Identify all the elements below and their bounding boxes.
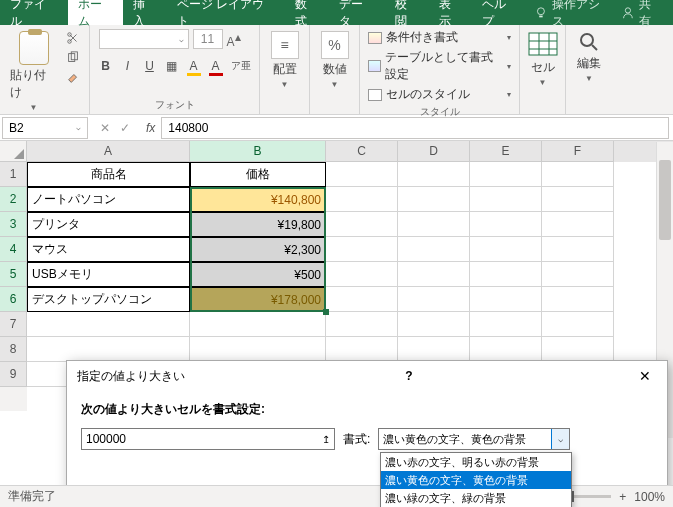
tab-file[interactable]: ファイル	[0, 0, 68, 25]
cell[interactable]	[542, 337, 614, 362]
tab-page-layout[interactable]: ページ レイアウト	[167, 0, 285, 25]
cell[interactable]	[470, 337, 542, 362]
cell[interactable]	[470, 262, 542, 287]
scroll-thumb[interactable]	[659, 160, 671, 240]
col-header[interactable]: C	[326, 141, 398, 162]
cell[interactable]	[542, 262, 614, 287]
cell[interactable]	[326, 187, 398, 212]
tell-me[interactable]: 操作アシス	[534, 0, 611, 25]
grid[interactable]: 商品名 価格 ノートパソコン¥140,800 プリンタ¥19,800 マウス¥2…	[27, 162, 673, 387]
tab-help[interactable]: ヘルプ	[472, 0, 528, 25]
cell[interactable]	[27, 312, 190, 337]
col-header[interactable]: B	[190, 141, 326, 162]
cell[interactable]: マウス	[27, 237, 190, 262]
enter-formula-button[interactable]: ✓	[120, 121, 130, 135]
cell[interactable]	[398, 187, 470, 212]
cell[interactable]	[470, 187, 542, 212]
row-header[interactable]: 4	[0, 237, 27, 262]
cell[interactable]	[470, 237, 542, 262]
tab-data[interactable]: データ	[329, 0, 385, 25]
font-size-combo[interactable]: 11	[193, 29, 223, 49]
cell[interactable]	[470, 162, 542, 187]
underline-button[interactable]: U	[143, 59, 157, 76]
cell[interactable]: ¥2,300	[190, 237, 326, 262]
dropdown-option[interactable]: 濃い黄色の文字、黄色の背景	[381, 471, 571, 489]
zoom-in-button[interactable]: +	[619, 490, 626, 504]
cell[interactable]	[542, 312, 614, 337]
row-header[interactable]: 1	[0, 162, 27, 187]
share-button[interactable]: 共有	[611, 0, 673, 25]
tab-home[interactable]: ホーム	[68, 0, 124, 25]
tab-review[interactable]: 校閲	[385, 0, 429, 25]
editing-button[interactable]: 編集▼	[575, 29, 603, 85]
cell[interactable]: ノートパソコン	[27, 187, 190, 212]
font-name-combo[interactable]: ⌵	[99, 29, 189, 49]
phonetic-button[interactable]: ア亜	[231, 59, 251, 76]
cell[interactable]	[542, 212, 614, 237]
tab-view[interactable]: 表示	[429, 0, 473, 25]
cell[interactable]	[542, 287, 614, 312]
bold-button[interactable]: B	[99, 59, 113, 76]
cell[interactable]	[398, 337, 470, 362]
cell[interactable]	[326, 237, 398, 262]
cell-header-price[interactable]: 価格	[190, 162, 326, 187]
cell[interactable]	[190, 337, 326, 362]
format-as-table-button[interactable]: テーブルとして書式設定▾	[368, 49, 511, 83]
dialog-help-button[interactable]: ?	[389, 369, 428, 383]
threshold-input[interactable]: 100000 ↥	[81, 428, 335, 450]
col-header[interactable]: F	[542, 141, 614, 162]
dropdown-option[interactable]: 濃い緑の文字、緑の背景	[381, 489, 571, 507]
cell[interactable]	[398, 287, 470, 312]
row-header[interactable]: 6	[0, 287, 27, 312]
cell[interactable]: デスクトップパソコン	[27, 287, 190, 312]
cell[interactable]	[542, 162, 614, 187]
cell[interactable]: ¥140,800	[190, 187, 326, 212]
col-header[interactable]: A	[27, 141, 190, 162]
cell[interactable]	[398, 212, 470, 237]
range-picker-icon[interactable]: ↥	[322, 434, 330, 445]
alignment-button[interactable]: ≡配置▼	[269, 29, 301, 91]
grow-font-button[interactable]: A▴	[227, 30, 241, 49]
conditional-formatting-button[interactable]: 条件付き書式▾	[368, 29, 511, 46]
cell[interactable]	[326, 162, 398, 187]
col-header[interactable]: E	[470, 141, 542, 162]
cell[interactable]	[326, 262, 398, 287]
cell[interactable]	[542, 187, 614, 212]
cell[interactable]	[398, 312, 470, 337]
cell[interactable]: プリンタ	[27, 212, 190, 237]
cell[interactable]	[470, 212, 542, 237]
row-header[interactable]: 3	[0, 212, 27, 237]
cell[interactable]	[470, 312, 542, 337]
copy-button[interactable]	[65, 51, 81, 65]
cell[interactable]	[190, 312, 326, 337]
font-color-button[interactable]: A	[209, 59, 223, 76]
tab-formulas[interactable]: 数式	[285, 0, 329, 25]
row-header[interactable]: 2	[0, 187, 27, 212]
cell[interactable]: ¥19,800	[190, 212, 326, 237]
dropdown-option[interactable]: 濃い赤の文字、明るい赤の背景	[381, 453, 571, 471]
fx-icon[interactable]: fx	[140, 121, 161, 135]
format-combo[interactable]: 濃い黄色の文字、黄色の背景 ⌵	[378, 428, 570, 450]
cell[interactable]: ¥500	[190, 262, 326, 287]
select-all-corner[interactable]	[0, 141, 27, 162]
zoom-level[interactable]: 100%	[634, 490, 665, 504]
cell[interactable]	[27, 337, 190, 362]
cell[interactable]	[326, 312, 398, 337]
cell[interactable]	[326, 337, 398, 362]
cell[interactable]	[326, 287, 398, 312]
cell-header-name[interactable]: 商品名	[27, 162, 190, 187]
row-header[interactable]: 7	[0, 312, 27, 337]
cell[interactable]: USBメモリ	[27, 262, 190, 287]
cell[interactable]	[326, 212, 398, 237]
dialog-close-button[interactable]: ✕	[633, 368, 657, 384]
col-header[interactable]: D	[398, 141, 470, 162]
tab-insert[interactable]: 挿入	[123, 0, 167, 25]
cancel-formula-button[interactable]: ✕	[100, 121, 110, 135]
italic-button[interactable]: I	[121, 59, 135, 76]
format-painter-button[interactable]	[65, 71, 81, 85]
cell[interactable]	[470, 287, 542, 312]
cells-button[interactable]: セル▼	[525, 29, 561, 89]
fill-color-button[interactable]: A	[187, 59, 201, 76]
row-header[interactable]: 8	[0, 337, 27, 362]
cut-button[interactable]	[65, 31, 81, 45]
